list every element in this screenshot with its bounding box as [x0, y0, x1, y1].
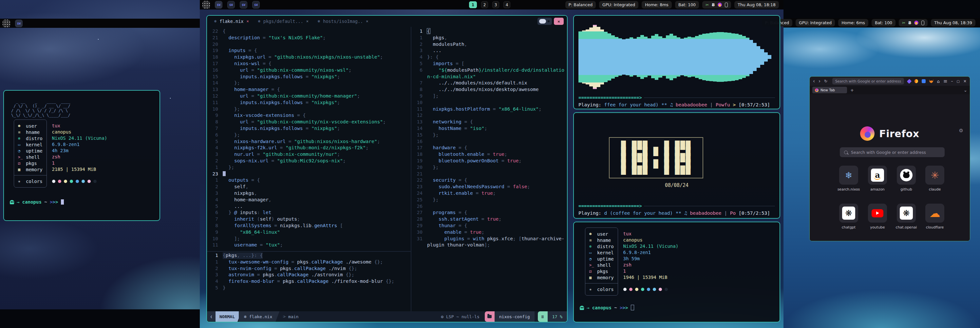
phone-icon[interactable] — [725, 3, 728, 7]
shortcut-chat.openai[interactable]: ❋ — [897, 204, 916, 223]
vim-mode-icon: ❮ — [207, 311, 216, 322]
new-tab-page: ⚙ Firefox Search with Google or enter ad… — [810, 94, 970, 241]
pkgs-icon: ⚂ — [589, 269, 597, 274]
editor-pane-flake[interactable]: 22{21 description = "tux's NixOS Flake";… — [207, 27, 411, 250]
url-bar[interactable]: Search with Google or enter address — [832, 78, 904, 84]
bluetooth-icon[interactable]: Ƀ — [908, 21, 911, 25]
code-line: 5 imports = [ — [411, 60, 567, 67]
new-tab-button[interactable]: + — [850, 88, 854, 93]
bar-module[interactable]: GPU: Integrated — [795, 19, 835, 27]
terminal-window-clock[interactable]: █ ███ █ ███ █ █ █ █ █ █ █ █ ███ █ ███ █ … — [573, 112, 780, 219]
terminal-window-visualizer[interactable]: ======================> Playing: ffee fo… — [573, 15, 780, 109]
wezterm-task-icon[interactable]: $W — [240, 1, 247, 8]
tab-list-chevron[interactable]: ⌄ — [964, 88, 967, 93]
extension-icon-blue[interactable] — [922, 79, 925, 83]
editor-tab-hosts/isoImag..[interactable]: ❄hosts/isoImag..× — [318, 19, 368, 24]
shortcut-cloudflare[interactable]: ☁ — [925, 204, 944, 223]
scissors-icon[interactable]: ✂ — [706, 3, 709, 7]
editor-tab-pkgs/default...[interactable]: ❄pkgs/default...× — [258, 19, 309, 24]
shell-prompt[interactable]: → canopus ~ >>> — [10, 200, 64, 204]
wezterm-task-icon[interactable]: $W — [228, 1, 235, 8]
editor-pane-iso[interactable]: 1{1 pkgs,2 modulesPath,3 ...4}: {5 impor… — [411, 27, 567, 311]
bar-module[interactable]: Home: 8ms — [642, 1, 672, 8]
bluetooth-icon[interactable]: Ƀ — [712, 3, 715, 7]
uptime-value: 3h 59m — [623, 256, 679, 262]
bar-module[interactable]: P: Balanced — [565, 1, 596, 8]
minimize-button[interactable]: – — [951, 79, 953, 84]
fire-icon[interactable] — [718, 3, 722, 7]
wezterm-task-icon[interactable]: $W — [252, 1, 260, 8]
amazon-icon: a — [871, 169, 884, 182]
shortcut-search.nixos[interactable]: ❄ — [839, 166, 858, 185]
reload-button[interactable]: ↻ — [824, 79, 827, 83]
horizontal-split-divider[interactable] — [207, 251, 411, 252]
code-line: 16 url = "github:nix-community/nixos-wsl… — [207, 67, 411, 74]
bar-module[interactable]: Bat: 100 — [675, 1, 699, 8]
neovim-editor-window[interactable]: ❄flake.nix×❄pkgs/default...×❄hosts/isoIm… — [206, 15, 568, 322]
code-line: 2 tux-nvim-config = pkgs.callPackage ./n… — [207, 265, 411, 272]
code-line: 16 — [411, 138, 567, 145]
bar-module[interactable]: Home: 6ms — [838, 19, 868, 27]
tab-close-icon[interactable]: × — [246, 19, 248, 24]
system-tray[interactable]: ✂Ƀ — [899, 19, 928, 27]
terminal-window-fetch[interactable]: ☻user≡hname❄distro▭kernel◔uptime>_shell⚂… — [573, 222, 780, 322]
phone-icon[interactable] — [921, 21, 924, 25]
wezterm-task-icon[interactable]: $W — [15, 20, 22, 27]
code-line: 19 bluetooth.powerOnBoot = true; — [411, 158, 567, 164]
code-line: 19 inputs = { — [207, 48, 411, 54]
terminal-window-fastfetch[interactable]: _ __ _ ____ ____ / \/ \ ()_ _/ __ \/ __/… — [3, 90, 160, 221]
shortcut-youtube[interactable] — [868, 204, 887, 223]
pane-close-button[interactable]: × — [554, 18, 564, 25]
tab-close-icon[interactable]: × — [366, 19, 368, 24]
shortcut-claude[interactable]: ✳ — [925, 166, 944, 185]
shortcut-github[interactable] — [897, 166, 916, 185]
code-line: 23 — [207, 171, 411, 177]
forward-button[interactable]: › — [819, 79, 821, 84]
metamask-icon[interactable] — [929, 79, 934, 83]
system-tray[interactable]: ✂Ƀ — [702, 1, 731, 8]
bar-module[interactable]: GPU: Integrated — [599, 1, 638, 8]
app-launcher-icon[interactable] — [202, 1, 210, 8]
tab-close-icon[interactable]: × — [306, 19, 309, 24]
workspace-4[interactable]: 4 — [503, 1, 510, 8]
code-line: 8 forAllSystems = nixpkgs.lib.genAttrs [ — [207, 223, 411, 229]
code-line: 14 hostName = "iso"; — [411, 125, 567, 132]
firefox-window[interactable]: ‹ › ↻ Search with Google or enter addres… — [809, 76, 970, 241]
back-button[interactable]: ‹ — [813, 79, 815, 84]
wezterm-task-icon[interactable]: $W — [215, 1, 223, 8]
fire-icon[interactable] — [914, 21, 918, 25]
menu-icon[interactable]: ≡ — [943, 79, 948, 84]
pkgs-value: 1 — [52, 160, 107, 166]
shell-prompt[interactable]: → canopus ~ >>> — [580, 305, 634, 310]
shortcut-chatgpt[interactable]: ❋ — [839, 204, 858, 223]
close-button[interactable]: × — [963, 79, 967, 84]
home-icon[interactable]: ⌂ — [937, 79, 940, 84]
extension-icon-orange[interactable] — [915, 79, 918, 83]
editor-tab-flake.nix[interactable]: ❄flake.nix× — [214, 19, 249, 24]
app-launcher-icon[interactable] — [3, 20, 10, 27]
scissors-icon[interactable]: ✂ — [902, 21, 905, 25]
code-line: 5} — [207, 285, 411, 292]
code-line: 12 — [411, 112, 567, 119]
tab-new-tab[interactable]: New Tab — [812, 87, 847, 93]
shortcut-amazon[interactable]: a — [868, 166, 887, 185]
code-line: 22 security = { — [411, 177, 567, 184]
code-line: 1{ — [411, 28, 567, 35]
code-line: 3 ... — [411, 48, 567, 54]
track-progress: ======================> — [578, 203, 775, 209]
maximize-button[interactable]: ▢ — [956, 79, 959, 83]
workspace-1[interactable]: 1 — [469, 1, 477, 8]
code-line: 29 thunar = { — [411, 223, 567, 229]
bar-module[interactable]: Bat: 100 — [872, 19, 896, 27]
workspace-2[interactable]: 2 — [481, 1, 488, 8]
search-input[interactable]: Search with Google or enter address — [840, 147, 945, 157]
pane-toggle-button[interactable] — [538, 18, 552, 25]
workspace-3[interactable]: 3 — [492, 1, 499, 8]
audio-visualizer — [578, 25, 775, 89]
code-line: 25 }; — [411, 197, 567, 203]
editor-pane-pkgs[interactable]: 1{pkgs, ...}: {1 tux-awesome-wm-config =… — [207, 252, 411, 310]
code-line: plugin thunar-volman]; — [411, 242, 567, 249]
extension-icon-purple[interactable] — [907, 79, 912, 84]
firefox-toolbar: ‹ › ↻ Search with Google or enter addres… — [810, 77, 970, 86]
code-line: 20 — [207, 41, 411, 48]
